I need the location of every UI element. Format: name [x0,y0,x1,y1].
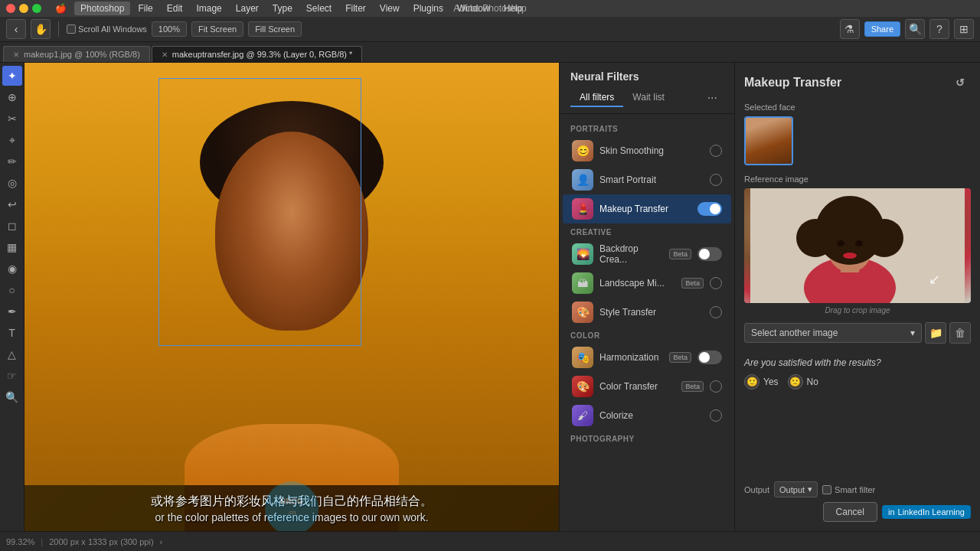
landscape-toggle[interactable] [710,277,722,289]
search-button[interactable]: 🔍 [905,19,925,39]
tab-makeup1[interactable]: ✕ makeup1.jpg @ 100% (RGB/8) [3,46,150,62]
minimize-button[interactable] [19,4,28,13]
menu-image[interactable]: Image [190,2,227,15]
tool-pen[interactable]: ✒ [2,302,22,321]
smart-portrait-toggle[interactable] [710,174,722,186]
skin-smoothing-toggle[interactable] [710,145,722,157]
makeup-transfer-toggle[interactable] [697,202,722,216]
selected-face-thumbnail[interactable] [744,116,793,165]
tool-move[interactable]: ✦ [2,66,22,86]
cancel-button[interactable]: Cancel [823,502,877,522]
linkedin-badge[interactable]: in LinkedIn Learning [882,505,971,519]
fit-screen-button[interactable]: Fit Screen [191,21,243,37]
backdrop-label: Backdrop Crea... [599,243,663,265]
svg-point-8 [796,219,835,257]
tool-clone[interactable]: ◎ [2,173,22,193]
reset-icon[interactable]: ↺ [949,72,971,93]
expand-icon[interactable]: › [160,537,163,546]
colorize-toggle[interactable] [710,409,722,422]
delete-button[interactable]: 🗑 [949,322,971,344]
reference-image[interactable]: ↙ [744,188,971,303]
portrait-head [215,132,368,331]
menu-filter[interactable]: Filter [339,2,372,15]
tool-heal[interactable]: ⌖ [2,130,22,150]
smart-filter-checkbox[interactable] [822,485,831,494]
yes-icon: 🙂 [744,374,760,390]
menu-layer[interactable]: Layer [230,2,265,15]
tool-crop[interactable]: ✂ [2,109,22,129]
menu-type[interactable]: Type [266,2,299,15]
menu-plugins[interactable]: Plugins [407,2,449,15]
harmonization-icon: 🎭 [572,347,593,368]
zoom-display[interactable]: 100% [152,21,187,37]
tool-text[interactable]: T [2,323,22,343]
harmonization-toggle[interactable] [697,350,722,364]
filter-makeup-transfer[interactable]: 💄 Makeup Transfer [563,194,731,223]
svg-point-9 [865,219,903,257]
hand-tool[interactable]: ✋ [31,19,51,39]
select-image-dropdown[interactable]: Select another image ▾ [744,323,922,343]
menu-photoshop[interactable]: Photoshop [74,2,130,15]
style-transfer-toggle[interactable] [710,306,722,318]
filter-smart-portrait[interactable]: 👤 Smart Portrait [563,165,731,194]
back-button[interactable]: ‹ [6,19,26,39]
filter-color-transfer[interactable]: 🎨 Color Transfer Beta [563,372,731,401]
tool-hand[interactable]: ☞ [2,366,22,386]
filter-more-options[interactable]: ··· [701,91,724,105]
filter-skin-smoothing[interactable]: 😊 Skin Smoothing [563,136,731,165]
landscape-beta: Beta [681,278,704,289]
menu-select[interactable]: Select [300,2,338,15]
menu-file[interactable]: File [132,2,158,15]
no-button[interactable]: 🙁 No [788,374,818,390]
filter-colorize[interactable]: 🖌 Colorize [563,401,731,430]
neural-filters-panel: Neural Filters All filters Wait list ···… [559,63,735,531]
output-dropdown[interactable]: Output ▾ [774,481,818,497]
tool-lasso[interactable]: ⊕ [2,87,22,107]
arrange-button[interactable]: ⊞ [954,19,974,39]
selected-face-container [744,116,971,165]
tab-makeuptransfer[interactable]: ✕ makeuptransfer.jpg @ 99.3% (Layer 0, R… [152,46,363,62]
filter-backdrop[interactable]: 🌄 Backdrop Crea... Beta [563,240,731,269]
tool-dodge[interactable]: ○ [2,280,22,300]
backdrop-toggle[interactable] [697,247,722,261]
watermark-logo: RRCG .cn [261,478,322,531]
select-image-label: Select another image [751,328,838,338]
fill-screen-button[interactable]: Fill Screen [248,21,302,37]
yes-button[interactable]: 🙂 Yes [744,374,779,390]
tool-zoom[interactable]: 🔍 [2,387,22,407]
tool-brush[interactable]: ✏ [2,152,22,171]
close-button[interactable] [6,4,15,13]
tab-wait-list[interactable]: Wait list [623,89,674,107]
color-transfer-beta: Beta [681,381,704,392]
tool-shape[interactable]: △ [2,344,22,364]
filter-list: PORTRAITS 😊 Skin Smoothing 👤 Smart Portr… [560,114,734,531]
tool-gradient[interactable]: ▦ [2,237,22,257]
tab-all-filters[interactable]: All filters [570,89,623,107]
labs-icon[interactable]: ⚗ [840,19,860,39]
color-transfer-toggle[interactable] [710,380,722,393]
menu-edit[interactable]: Edit [161,2,189,15]
tab-close-icon[interactable]: ✕ [162,51,168,59]
menu-view[interactable]: View [374,2,406,15]
share-button[interactable]: Share [864,21,900,37]
smart-filter-row: Smart filter [822,485,875,494]
tool-history[interactable]: ↩ [2,194,22,214]
open-folder-button[interactable]: 📁 [925,322,946,344]
scroll-checkbox[interactable] [67,24,76,34]
menu-apple[interactable]: 🍎 [49,2,73,15]
filter-harmonization[interactable]: 🎭 Harmonization Beta [563,343,731,372]
select-image-row: Select another image ▾ 📁 🗑 [744,322,971,344]
filter-style-transfer[interactable]: 🎨 Style Transfer [563,298,731,327]
makeup-transfer-icon: 💄 [572,198,593,220]
filter-landscape[interactable]: 🏔 Landscape Mi... Beta [563,269,731,298]
tool-eraser[interactable]: ◻ [2,216,22,236]
skin-smoothing-label: Skin Smoothing [599,145,704,156]
linkedin-icon: in [888,507,895,517]
tab-close-icon[interactable]: ✕ [13,51,19,59]
image-dimensions: 2000 px x 1333 px (300 ppi) [49,537,153,546]
section-portraits: PORTRAITS [560,120,734,136]
section-color: COLOR [560,327,734,343]
tool-blur[interactable]: ◉ [2,259,22,279]
maximize-button[interactable] [32,4,41,13]
help-button[interactable]: ? [929,19,949,39]
